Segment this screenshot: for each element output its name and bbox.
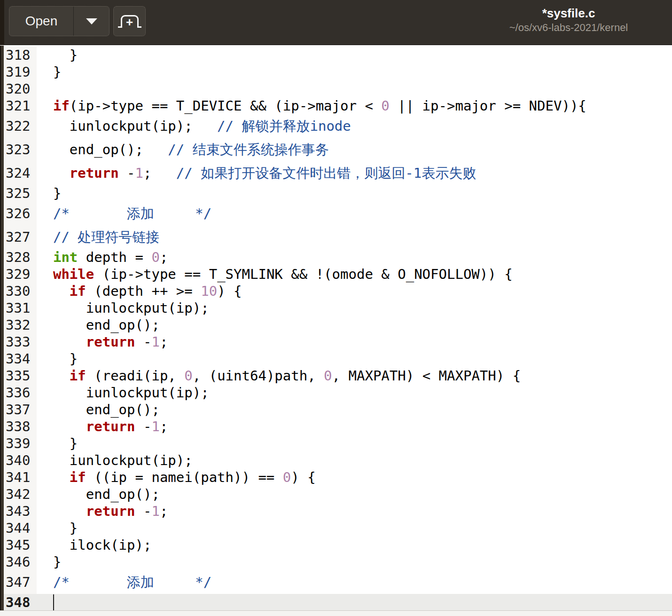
code-text: iunlockput(ip); <box>37 452 193 469</box>
code-segment-pl: ) { <box>217 283 242 299</box>
line-number: 347 <box>0 570 37 594</box>
window-bottom-edge <box>0 610 672 616</box>
code-line[interactable]: 343 return -1; <box>0 503 672 520</box>
code-segment-pl: (depth ++ >= <box>86 283 201 299</box>
code-segment-pl: , MAXPATH) < MAXPATH) { <box>332 368 521 384</box>
code-segment-pl: end_op(); <box>37 486 160 502</box>
line-number: 325 <box>0 185 37 202</box>
code-segment-pl: (readi(ip, <box>86 368 185 384</box>
line-number: 339 <box>0 435 37 452</box>
code-line[interactable]: 328 int depth = 0; <box>0 249 672 266</box>
line-number: 328 <box>0 249 37 266</box>
document-title: *sysfile.c <box>465 6 672 21</box>
code-line[interactable]: 347 /* 添加 */ <box>0 570 672 594</box>
code-line[interactable]: 329 while (ip->type == T_SYMLINK && !(om… <box>0 266 672 283</box>
code-segment-pl: } <box>37 47 78 63</box>
code-line[interactable]: 333 return -1; <box>0 333 672 350</box>
code-line[interactable]: 340 iunlockput(ip); <box>0 452 672 469</box>
gedit-window: Open + *sysfile.c ~/os/xv6-labs-2021/ker… <box>0 0 672 616</box>
code-segment-kw: if <box>53 98 70 114</box>
code-line[interactable]: 344 } <box>0 520 672 537</box>
code-segment-pl: - <box>135 419 152 434</box>
code-segment-pl <box>37 165 70 181</box>
code-segment-num: 0 <box>381 98 389 114</box>
code-line[interactable]: 345 ilock(ip); <box>0 537 672 553</box>
code-segment-pl: } <box>37 554 61 570</box>
open-button[interactable]: Open <box>9 7 73 36</box>
code-segment-kw: return <box>86 334 135 350</box>
line-number: 329 <box>0 266 37 283</box>
code-line[interactable]: 331 iunlockput(ip); <box>0 300 672 316</box>
line-number: 330 <box>0 283 37 300</box>
code-text: iunlockput(ip); <box>37 300 209 316</box>
window-left-edge-header <box>0 0 4 45</box>
code-segment-pl <box>37 334 86 350</box>
code-text: return -1; <box>37 333 168 350</box>
code-line[interactable]: 332 end_op(); <box>0 316 672 333</box>
code-line[interactable]: 323 end_op(); // 结束文件系统操作事务 <box>0 138 672 161</box>
code-segment-pl: ) { <box>291 469 315 485</box>
code-text: if(ip->type == T_DEVICE && (ip->major < … <box>37 97 586 114</box>
code-text: end_op(); <box>37 316 160 333</box>
new-tab-button[interactable]: + <box>113 6 146 36</box>
code-line[interactable]: 334 } <box>0 350 672 367</box>
code-segment-pl: ilock(ip); <box>37 537 151 553</box>
code-line[interactable]: 335 if (readi(ip, 0, (uint64)path, 0, MA… <box>0 367 672 384</box>
code-segment-pl: (ip->type == T_DEVICE && (ip->major < <box>70 98 381 114</box>
code-segment-pl <box>37 283 70 299</box>
code-line[interactable]: 326 /* 添加 */ <box>0 202 672 225</box>
code-text: iunlockput(ip); <box>37 384 209 401</box>
code-line[interactable]: 322 iunlockput(ip); // 解锁并释放inode <box>0 114 672 138</box>
code-segment-kw: while <box>53 266 94 282</box>
code-line[interactable]: 342 end_op(); <box>0 486 672 503</box>
code-line[interactable]: 325 } <box>0 185 672 202</box>
code-segment-num: 1 <box>135 165 143 181</box>
code-segment-pl: ; <box>160 249 168 265</box>
code-segment-pl: - <box>135 503 152 519</box>
line-number: 334 <box>0 350 37 367</box>
code-segment-num: 1 <box>151 419 159 434</box>
open-split-button: Open <box>9 6 109 36</box>
editor-area[interactable]: 318 }319 }320321 if(ip->type == T_DEVICE… <box>0 46 672 610</box>
line-number: 342 <box>0 486 37 503</box>
code-text: end_op(); <box>37 401 160 418</box>
code-line[interactable]: 320 <box>0 80 672 97</box>
code-line[interactable]: 348 <box>0 594 672 610</box>
line-number: 337 <box>0 401 37 418</box>
code-line[interactable]: 321 if(ip->type == T_DEVICE && (ip->majo… <box>0 97 672 114</box>
code-segment-pl: iunlockput(ip); <box>37 385 209 401</box>
code-segment-num: 0 <box>324 368 332 384</box>
code-line[interactable]: 324 return -1; // 如果打开设备文件时出错，则返回-1表示失败 <box>0 161 672 185</box>
code-text: } <box>37 185 61 202</box>
code-line[interactable]: 318 } <box>0 47 672 63</box>
code-segment-pl: - <box>135 334 152 350</box>
line-number: 321 <box>0 97 37 114</box>
code-text: int depth = 0; <box>37 249 168 266</box>
code-segment-pl: ; <box>160 419 168 434</box>
code-segment-num: 1 <box>151 334 159 350</box>
code-segment-pl: - <box>119 165 135 181</box>
code-text: if ((ip = namei(path)) == 0) { <box>37 469 316 486</box>
code-line[interactable]: 319 } <box>0 63 672 80</box>
window-left-edge <box>0 46 4 610</box>
code-line[interactable]: 336 iunlockput(ip); <box>0 384 672 401</box>
document-path: ~/os/xv6-labs-2021/kernel <box>465 22 672 34</box>
code-line[interactable]: 337 end_op(); <box>0 401 672 418</box>
code-line[interactable]: 339 } <box>0 435 672 452</box>
code-line[interactable]: 346 } <box>0 553 672 570</box>
code-text: return -1; // 如果打开设备文件时出错，则返回-1表示失败 <box>37 161 476 185</box>
code-line[interactable]: 338 return -1; <box>0 418 672 435</box>
open-dropdown-button[interactable] <box>74 7 109 36</box>
code-segment-pl <box>37 368 70 384</box>
code-line[interactable]: 330 if (depth ++ >= 10) { <box>0 283 672 300</box>
text-cursor <box>53 594 54 610</box>
code-segment-pl: ; <box>160 503 168 519</box>
code-segment-pl <box>37 419 86 434</box>
line-number: 340 <box>0 452 37 469</box>
code-text: if (readi(ip, 0, (uint64)path, 0, MAXPAT… <box>37 367 521 384</box>
code-text: ilock(ip); <box>37 537 151 553</box>
code-line[interactable]: 341 if ((ip = namei(path)) == 0) { <box>0 469 672 486</box>
code-line[interactable]: 327 // 处理符号链接 <box>0 225 672 249</box>
line-number: 336 <box>0 384 37 401</box>
code-segment-kw: return <box>86 503 135 519</box>
